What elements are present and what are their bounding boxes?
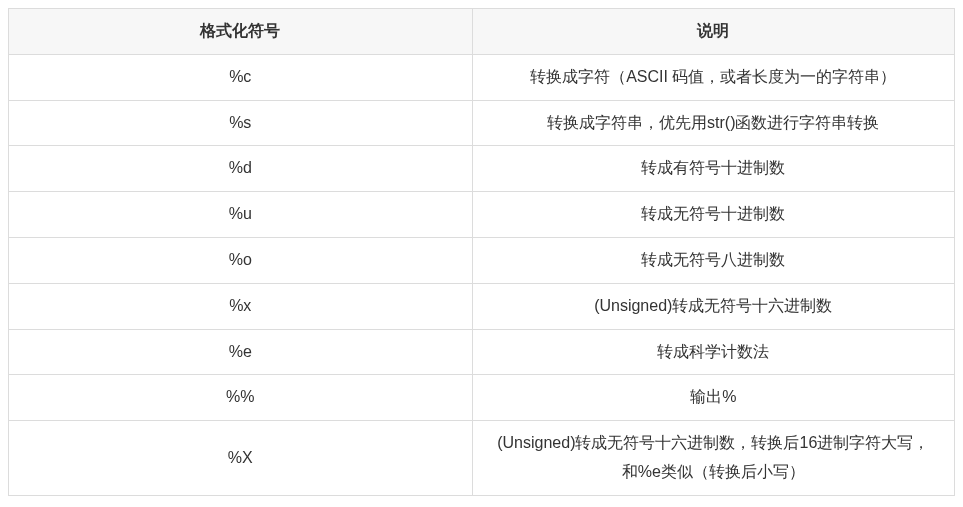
table-row: %% 输出%: [9, 375, 955, 421]
header-symbol: 格式化符号: [9, 9, 473, 55]
table-row: %o 转成无符号八进制数: [9, 237, 955, 283]
cell-desc: 转成无符号八进制数: [472, 237, 954, 283]
cell-desc: 转成科学计数法: [472, 329, 954, 375]
table-row: %s 转换成字符串，优先用str()函数进行字符串转换: [9, 100, 955, 146]
cell-symbol: %X: [9, 421, 473, 496]
cell-symbol: %u: [9, 192, 473, 238]
table-row: %X (Unsigned)转成无符号十六进制数，转换后16进制字符大写，和%e类…: [9, 421, 955, 496]
cell-desc: 输出%: [472, 375, 954, 421]
cell-symbol: %e: [9, 329, 473, 375]
format-specifier-table: 格式化符号 说明 %c 转换成字符（ASCII 码值，或者长度为一的字符串） %…: [8, 8, 955, 496]
table-header-row: 格式化符号 说明: [9, 9, 955, 55]
cell-desc: 转换成字符（ASCII 码值，或者长度为一的字符串）: [472, 54, 954, 100]
cell-desc: 转换成字符串，优先用str()函数进行字符串转换: [472, 100, 954, 146]
table-row: %u 转成无符号十进制数: [9, 192, 955, 238]
cell-symbol: %s: [9, 100, 473, 146]
cell-symbol: %x: [9, 283, 473, 329]
cell-desc: (Unsigned)转成无符号十六进制数，转换后16进制字符大写，和%e类似（转…: [472, 421, 954, 496]
cell-desc: (Unsigned)转成无符号十六进制数: [472, 283, 954, 329]
table-row: %x (Unsigned)转成无符号十六进制数: [9, 283, 955, 329]
table-row: %c 转换成字符（ASCII 码值，或者长度为一的字符串）: [9, 54, 955, 100]
cell-symbol: %c: [9, 54, 473, 100]
cell-desc: 转成有符号十进制数: [472, 146, 954, 192]
cell-symbol: %%: [9, 375, 473, 421]
cell-symbol: %o: [9, 237, 473, 283]
header-desc: 说明: [472, 9, 954, 55]
table-row: %d 转成有符号十进制数: [9, 146, 955, 192]
cell-symbol: %d: [9, 146, 473, 192]
cell-desc: 转成无符号十进制数: [472, 192, 954, 238]
table-row: %e 转成科学计数法: [9, 329, 955, 375]
